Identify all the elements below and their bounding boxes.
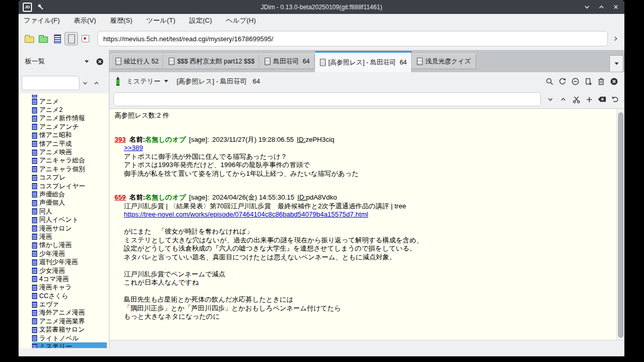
sidebar-board-item[interactable]: アニメ新作情報 xyxy=(32,114,109,123)
board-doc-icon xyxy=(32,242,37,249)
minimize-button[interactable] xyxy=(582,3,591,12)
sidebar-board-item[interactable]: 少年漫画 xyxy=(32,250,109,258)
sidebar-board-item[interactable]: 週刊少年漫画 xyxy=(32,258,109,266)
post-id[interactable]: zePH3ciq xyxy=(305,136,334,143)
bbslist-button[interactable] xyxy=(23,32,36,45)
sidebar-board-item[interactable]: 文芸書籍サロン xyxy=(32,326,109,334)
post-id-label[interactable]: ID: xyxy=(297,136,305,143)
main-toolbar: https://mevius.5ch.net/test/read.cgi/mys… xyxy=(19,27,624,50)
post-line: ミステリとして大きな穴はないが、過去の出来事の謎を現在から振り返って解明する構成… xyxy=(115,236,611,245)
sidebar-board-item[interactable]: 漫画キャラ xyxy=(32,284,109,292)
board-doc-icon xyxy=(32,276,37,282)
scrollbar-thumb[interactable] xyxy=(618,112,623,338)
sidebar-board-item[interactable]: 懐かし漫画 xyxy=(32,241,109,250)
sidebar-dropdown-icon[interactable] xyxy=(85,60,89,63)
sidebar-board-item[interactable]: アニメアンチ xyxy=(32,123,109,131)
sidebar-board-item[interactable]: 懐アニ昭和 xyxy=(32,131,109,140)
extract-input[interactable] xyxy=(114,92,541,106)
tab-label: 綾辻行人 52 xyxy=(124,57,158,66)
post-id[interactable]: pdA8Vdko xyxy=(306,193,337,201)
maximize-button[interactable] xyxy=(597,3,606,12)
reload-button[interactable] xyxy=(556,75,569,88)
post-number[interactable]: 393 xyxy=(115,136,126,143)
search-up-button[interactable] xyxy=(557,93,570,106)
sidebar-board-item[interactable]: ライトノベル xyxy=(32,334,109,342)
bookmark-button[interactable] xyxy=(582,75,594,88)
board-view-button[interactable] xyxy=(51,32,64,45)
sidebar-board-item[interactable]: ミステリー xyxy=(32,342,107,348)
url-link[interactable]: https://tree-novel.com/works/episode/074… xyxy=(124,210,368,218)
board-select[interactable]: ミステリー xyxy=(126,77,168,86)
search-button[interactable] xyxy=(543,75,556,88)
board-doc-icon xyxy=(32,302,37,308)
post-id-label[interactable]: ID: xyxy=(297,193,306,201)
sidebar-board-item[interactable]: 海外アニメ漫画 xyxy=(32,309,109,317)
post: 659名前:名無しのオプ[sage]:2024/04/26(金) 14:55:3… xyxy=(115,193,611,321)
sidebar-board-item[interactable]: エヴァ xyxy=(32,300,109,308)
sidebar-close-button[interactable] xyxy=(96,58,104,65)
sidebar-board-item[interactable]: 4コマ漫画 xyxy=(32,275,109,283)
menu-item[interactable]: 表示(V) xyxy=(74,16,96,25)
sidebar-board-item[interactable]: アニメ漫画業界 xyxy=(32,317,109,325)
sidebar-board-item[interactable]: 声優個人 xyxy=(32,199,109,207)
undo-button[interactable] xyxy=(608,93,621,106)
anchor-link[interactable]: >>389 xyxy=(124,144,143,152)
add-keyword-button[interactable] xyxy=(583,93,595,106)
close-tab-button[interactable] xyxy=(607,75,620,88)
sidebar-board-item[interactable]: コスプレ xyxy=(32,174,109,182)
tab-list-button[interactable] xyxy=(609,55,623,72)
poster-mail: [sage]: xyxy=(189,136,209,143)
thread-view-button[interactable] xyxy=(65,32,78,45)
board-filter-input[interactable] xyxy=(22,76,79,90)
board-label: CCさくら xyxy=(39,292,68,301)
sidebar-board-item[interactable]: CCさくら xyxy=(32,292,109,300)
favorites-button[interactable] xyxy=(37,32,50,45)
thread-tab[interactable]: 綾辻行人 52 xyxy=(110,54,164,69)
sidebar-board-item[interactable]: 漫画サロン xyxy=(32,224,109,233)
menu-item[interactable]: ヘルプ(H) xyxy=(226,16,256,25)
sidebar-board-item[interactable]: アニキャラ個別 xyxy=(32,165,109,173)
sidebar-board-item[interactable]: 漫画 xyxy=(32,233,109,241)
menu-item[interactable]: 履歴(S) xyxy=(110,16,132,25)
vertical-scrollbar[interactable] xyxy=(617,109,624,340)
image-view-button[interactable] xyxy=(78,32,92,45)
menu-item[interactable]: 設定(C) xyxy=(189,16,212,25)
sidebar-board-item[interactable]: アニキャラ総合 xyxy=(32,157,109,165)
sidebar-board-item[interactable]: アニメ2 xyxy=(32,106,109,114)
post-number[interactable]: 659 xyxy=(115,193,126,201)
board-doc-icon xyxy=(32,344,37,348)
sidebar-board-item[interactable]: 同人 xyxy=(32,207,109,216)
board-select-label: ミステリー xyxy=(126,77,160,86)
thread-tab[interactable]: [高参照レス] - 島田荘司 64 xyxy=(315,51,412,72)
search-down-button[interactable] xyxy=(544,93,557,106)
thread-tab[interactable]: 浅見光彦クイズ xyxy=(412,54,476,69)
url-input[interactable]: https://mevius.5ch.net/test/read.cgi/mys… xyxy=(98,31,608,46)
thread-tab[interactable]: 島田荘司 64 xyxy=(260,54,315,69)
board-label: 懐アニ昭和 xyxy=(39,131,72,140)
sidebar-board-item[interactable]: アニメ映画 xyxy=(32,148,109,156)
clear-input-button[interactable] xyxy=(595,93,608,106)
thread-tab[interactable]: $$$ 西村京太郎 part12 $$$ xyxy=(164,54,260,69)
sidebar-board-item[interactable]: 同人イベント xyxy=(32,216,109,224)
sidebar-board-item[interactable]: 少女漫画 xyxy=(32,267,109,275)
board-doc-icon xyxy=(32,158,37,164)
url-go-button[interactable] xyxy=(610,32,621,45)
board-doc-icon xyxy=(32,166,37,172)
menu-item[interactable]: ツール(T) xyxy=(147,16,175,25)
menu-item[interactable]: ファイル(F) xyxy=(24,16,60,25)
sidebar-board-item[interactable]: アニメ xyxy=(32,97,109,106)
filter-prev-button[interactable] xyxy=(91,77,102,89)
board-label: 声優個人 xyxy=(39,199,65,207)
write-post-button[interactable] xyxy=(115,76,121,86)
stop-button[interactable] xyxy=(569,75,582,88)
board-label: 4コマ漫画 xyxy=(39,275,69,284)
extract-button[interactable] xyxy=(570,93,583,106)
sidebar-board-item[interactable]: コスプレイヤー xyxy=(32,182,109,190)
board-label: アニキャラ総合 xyxy=(39,156,85,165)
tab-strip: 綾辻行人 52$$$ 西村京太郎 part12 $$$島田荘司 64[高参照レス… xyxy=(110,51,476,72)
filter-next-button[interactable] xyxy=(79,77,91,89)
delete-button[interactable] xyxy=(594,75,607,88)
close-window-button[interactable] xyxy=(611,3,620,12)
sidebar-board-item[interactable]: 声優総合 xyxy=(32,190,109,199)
sidebar-board-item[interactable]: 懐アニ平成 xyxy=(32,140,109,148)
